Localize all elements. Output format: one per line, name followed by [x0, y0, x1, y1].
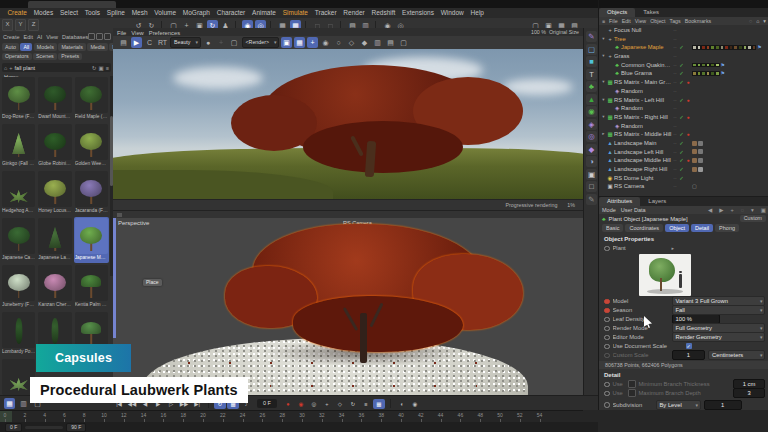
- section-tab-phong[interactable]: Phong: [715, 224, 739, 232]
- panel-tab-takes[interactable]: Takes: [635, 8, 667, 17]
- enabled-check-icon[interactable]: ✓: [678, 139, 685, 148]
- menu-simulate[interactable]: Simulate: [279, 8, 311, 18]
- asset-menu-create[interactable]: Create: [3, 34, 20, 40]
- detail-value[interactable]: 3: [733, 388, 765, 398]
- record-rotation-button[interactable]: ↻: [347, 399, 359, 409]
- record-scale-button[interactable]: ◇: [334, 399, 346, 409]
- aov-icon[interactable]: ●: [203, 37, 214, 48]
- anim-dot-icon[interactable]: [604, 335, 610, 341]
- redshift-tag-icon[interactable]: ●: [685, 130, 691, 139]
- asset-item-japanese-camellia-fal[interactable]: Japanese Camellia (Fal...: [1, 217, 36, 263]
- object-name[interactable]: RS Camera: [614, 182, 672, 191]
- field-dropdown-editor-mode[interactable]: Render Geometry: [672, 332, 766, 342]
- asset-tab-scenes[interactable]: Scenes: [33, 53, 57, 61]
- record-position-button[interactable]: +: [321, 399, 333, 409]
- texture-tag-icon[interactable]: [698, 149, 703, 154]
- mograph-icon[interactable]: ◆: [586, 144, 597, 155]
- redshift-tag-icon[interactable]: ●: [685, 96, 691, 105]
- document-tab[interactable]: [28, 1, 116, 8]
- asset-item-juneberry-fall-plant[interactable]: Juneberry (Fall Plant): [1, 264, 36, 310]
- back-icon[interactable]: ◀: [708, 207, 712, 213]
- menu-spline[interactable]: Spline: [103, 8, 128, 18]
- divider-grip-icon[interactable]: [117, 213, 122, 217]
- asset-item-dwarf-mountain-pine-l[interactable]: Dwarf Mountain Pine L...: [37, 76, 72, 122]
- object-name[interactable]: RS Matrix - Left Hill: [614, 96, 672, 105]
- object-name[interactable]: Blue Grama: [621, 69, 672, 78]
- object-name[interactable]: Random: [621, 87, 672, 96]
- object-name[interactable]: Tree: [614, 35, 672, 44]
- spline-tool-icon[interactable]: ▢: [586, 44, 597, 55]
- bucket-icon[interactable]: +: [216, 37, 227, 48]
- section-tab-basic[interactable]: Basic: [602, 224, 623, 232]
- object-row-focus-null[interactable]: +Focus Null··: [599, 26, 768, 35]
- restart-render-icon[interactable]: C: [144, 37, 155, 48]
- anim-dot-icon[interactable]: [604, 382, 610, 388]
- axis-x-button[interactable]: X: [2, 19, 13, 31]
- lock-icon[interactable]: ▣: [761, 207, 766, 213]
- menu-character[interactable]: Character: [213, 8, 248, 18]
- object-row-landscape-middle-hill[interactable]: ▲Landscape Middle Hill··✓●: [599, 156, 768, 165]
- filter-icon[interactable]: ▾: [751, 207, 754, 213]
- object-row-rs-dome-light[interactable]: ◉RS Dome Light··✓: [599, 174, 768, 183]
- anim-dot-icon[interactable]: [604, 391, 610, 397]
- field-object-icon[interactable]: ◎: [586, 131, 597, 142]
- custom-scale-unit-dropdown[interactable]: Centimeters: [708, 350, 765, 360]
- cube-primitive-icon[interactable]: ■: [586, 56, 597, 67]
- rt-toggle[interactable]: RT: [157, 37, 168, 48]
- section-tab-object[interactable]: Object: [665, 224, 689, 232]
- visibility-dots-icon[interactable]: ··: [672, 35, 678, 44]
- generator-icon[interactable]: ◉: [586, 106, 597, 117]
- field-dropdown-season[interactable]: Fall: [672, 305, 766, 315]
- object-name[interactable]: Landscape Left Hill: [614, 148, 672, 157]
- flag-tag-icon[interactable]: ⚑: [757, 43, 761, 52]
- object-row-grass[interactable]: ▾+Grass··: [599, 52, 768, 61]
- object-row-random[interactable]: ◈Random··: [599, 87, 768, 96]
- user-data-menu[interactable]: User Data: [621, 207, 646, 213]
- snapshot-icon[interactable]: ▤: [118, 37, 129, 48]
- redshift-tag-icon[interactable]: ●: [685, 156, 691, 165]
- asset-menu-edit[interactable]: Edit: [24, 34, 33, 40]
- visibility-dots-icon[interactable]: ··: [672, 26, 678, 35]
- asset-tab-auto[interactable]: Auto: [2, 43, 19, 51]
- object-menu-edit[interactable]: Edit: [622, 18, 631, 24]
- object-row-tree[interactable]: ▾+Tree··: [599, 35, 768, 44]
- redshift-tag-icon[interactable]: ●: [685, 113, 691, 122]
- enabled-check-icon[interactable]: ✓: [678, 130, 685, 139]
- anim-dot-icon[interactable]: [604, 402, 610, 408]
- texture-tag-icon[interactable]: [692, 141, 697, 146]
- object-menu-icon[interactable]: ≡: [602, 18, 605, 24]
- enabled-check-icon[interactable]: ✓: [678, 61, 685, 70]
- maximize-icon[interactable]: [96, 33, 103, 40]
- anim-dot-icon[interactable]: [604, 326, 610, 332]
- object-row-rs-camera[interactable]: ▣RS Camera··▢: [599, 182, 768, 191]
- object-name[interactable]: RS Dome Light: [614, 174, 672, 183]
- texture-tag-icon[interactable]: [698, 141, 703, 146]
- lock-icon[interactable]: ▣: [281, 37, 292, 48]
- visibility-dots-icon[interactable]: ··: [672, 182, 678, 191]
- range-end-field[interactable]: 90 F: [66, 423, 86, 432]
- lock-icon[interactable]: ▣: [99, 65, 104, 71]
- anim-dot-icon[interactable]: [604, 299, 610, 305]
- pixel-grid-icon[interactable]: ▦: [294, 37, 305, 48]
- attr-tab-attributes[interactable]: Attributes: [599, 197, 640, 206]
- object-menu-object[interactable]: Object: [650, 18, 665, 24]
- axis-z-button[interactable]: Z: [28, 19, 39, 31]
- anim-dot-icon[interactable]: [604, 246, 610, 252]
- asset-tab-media[interactable]: Media: [87, 43, 107, 51]
- keyframe-settings-button[interactable]: ◎: [308, 399, 320, 409]
- object-row-landscape-main[interactable]: ▲Landscape Main··✓: [599, 139, 768, 148]
- time-icon[interactable]: ◑: [586, 156, 597, 167]
- fit-mode-dropdown[interactable]: Original Size: [549, 29, 579, 35]
- redshift-tag-icon[interactable]: ●: [685, 78, 691, 87]
- camera-object-icon[interactable]: ▣: [586, 169, 597, 180]
- enabled-check-icon[interactable]: ✓: [678, 43, 685, 52]
- plant-preview-image[interactable]: [639, 254, 691, 296]
- use-checkbox[interactable]: [628, 380, 636, 388]
- object-row-rs-matrix-left-hill[interactable]: ▾▦RS Matrix - Left Hill··✓●: [599, 96, 768, 105]
- enabled-check-icon[interactable]: ✓: [678, 156, 685, 165]
- use-checkbox[interactable]: [628, 389, 636, 397]
- enabled-check-icon[interactable]: ✓: [678, 69, 685, 78]
- asset-item-japanese-maple-fall[interactable]: Japanese Maple (Fall ...: [74, 217, 109, 263]
- enabled-check-icon[interactable]: ✓: [678, 165, 685, 174]
- save-image-icon[interactable]: ▤: [385, 37, 396, 48]
